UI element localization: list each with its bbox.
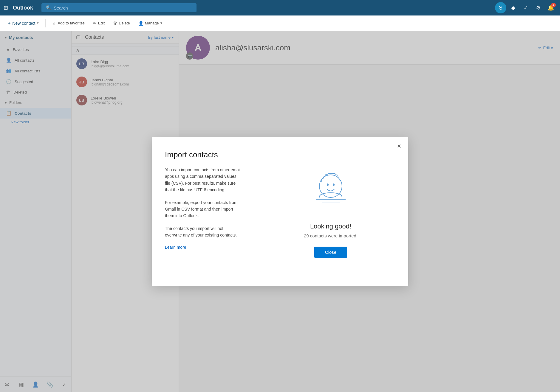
- new-contact-label: New contact: [12, 21, 35, 26]
- search-icon: 🔍: [46, 5, 51, 10]
- actionbar: + New contact ▾ ☆ Add to favorites ✏ Edi…: [0, 15, 560, 31]
- settings-icon-btn[interactable]: ⚙: [533, 2, 544, 13]
- manage-label: Manage: [145, 21, 159, 25]
- star-icon: ☆: [52, 21, 56, 26]
- new-contact-button[interactable]: + New contact ▾: [5, 19, 42, 28]
- import-contacts-modal: ✕ Import contacts You can import contact…: [152, 137, 408, 286]
- plus-icon: +: [8, 21, 10, 26]
- success-illustration: [301, 165, 361, 214]
- manage-icon: 👤: [138, 21, 143, 26]
- topbar-icons: S ◆ ✓ ⚙ 🔔 4: [495, 2, 556, 13]
- modal-body-2: For example, export your contacts from G…: [165, 199, 241, 219]
- search-input[interactable]: [54, 5, 185, 10]
- topbar: ⊞ Outlook 🔍 S ◆ ✓ ⚙ 🔔 4: [0, 0, 560, 15]
- success-subtitle: 29 contacts were imported.: [304, 233, 358, 238]
- trash-icon: 🗑: [113, 21, 117, 26]
- modal-left-panel: Import contacts You can import contacts …: [152, 137, 253, 286]
- diamond-icon-btn[interactable]: ◆: [508, 2, 519, 13]
- modal-right-panel: Looking good! 29 contacts were imported.…: [253, 137, 408, 286]
- modal-close-button[interactable]: ✕: [395, 142, 403, 151]
- checkmark-icon-btn[interactable]: ✓: [520, 2, 531, 13]
- svg-point-1: [327, 183, 329, 186]
- manage-button[interactable]: 👤 Manage ▾: [135, 19, 165, 27]
- modal-body-1: You can import contacts from other email…: [165, 167, 241, 193]
- delete-button[interactable]: 🗑 Delete: [110, 19, 133, 27]
- edit-icon: ✏: [93, 21, 97, 26]
- divider: [45, 19, 46, 27]
- search-bar[interactable]: 🔍: [41, 3, 197, 12]
- modal-title: Import contacts: [165, 150, 241, 159]
- learn-more-link[interactable]: Learn more: [165, 245, 186, 250]
- add-favorites-label: Add to favorites: [58, 21, 84, 25]
- add-favorites-button[interactable]: ☆ Add to favorites: [49, 19, 87, 27]
- close-button[interactable]: Close: [314, 247, 347, 258]
- modal-body-3: The contacts you import will not overwri…: [165, 225, 241, 239]
- delete-label: Delete: [119, 21, 130, 25]
- notification-badge: 4: [551, 3, 556, 7]
- close-icon: ✕: [397, 143, 401, 150]
- svg-point-2: [333, 183, 335, 186]
- edit-button[interactable]: ✏ Edit: [90, 19, 108, 27]
- modal-backdrop: ✕ Import contacts You can import contact…: [0, 31, 560, 392]
- edit-label: Edit: [98, 21, 105, 25]
- manage-chevron: ▾: [160, 21, 162, 25]
- skype-icon-btn[interactable]: S: [495, 2, 506, 13]
- main-layout: ▾ My contacts ★ Favorites 👤 All contacts…: [0, 31, 560, 392]
- new-contact-chevron[interactable]: ▾: [37, 21, 39, 25]
- success-title: Looking good!: [310, 223, 351, 230]
- app-logo: Outlook: [13, 5, 33, 11]
- grid-icon[interactable]: ⊞: [4, 4, 8, 11]
- notifications-icon-btn[interactable]: 🔔 4: [545, 2, 556, 13]
